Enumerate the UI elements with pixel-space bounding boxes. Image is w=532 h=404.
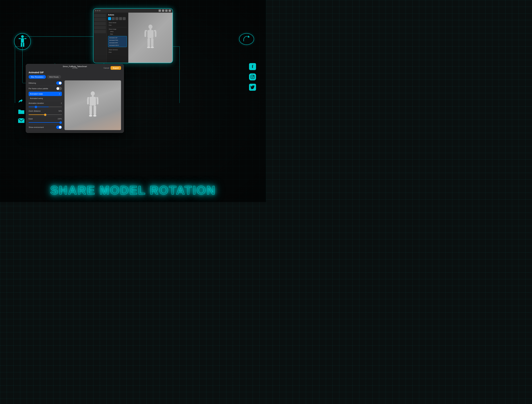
svg-rect-10 bbox=[21, 43, 22, 47]
actions-item-print[interactable]: Print bbox=[108, 51, 127, 53]
animated-swing-label: Animated swing bbox=[30, 97, 43, 99]
actions-item-share-image[interactable]: Share Image bbox=[108, 28, 127, 30]
mail-icon[interactable] bbox=[18, 118, 25, 124]
per-frame-row: Per frame colour palette bbox=[29, 86, 62, 91]
svg-rect-14 bbox=[149, 29, 151, 30]
animated-swing-row[interactable]: Animated swing bbox=[29, 96, 62, 100]
dithering-row: Dithering bbox=[29, 80, 62, 86]
svg-rect-31 bbox=[90, 106, 92, 115]
dialog-header: Simon_FullBody_TattooSmart 33.2 MB Cance… bbox=[26, 64, 124, 71]
svg-rect-21 bbox=[151, 38, 154, 47]
svg-point-34 bbox=[93, 115, 96, 117]
svg-rect-26 bbox=[90, 97, 96, 106]
dialog-tabs: Max Resolution Web Ready bbox=[26, 75, 124, 80]
animated-rotate-check: ✓ bbox=[59, 93, 61, 95]
actions-item-animated-gif[interactable]: Animated GIF bbox=[109, 37, 126, 39]
cancel-button[interactable]: Cancel bbox=[103, 67, 109, 69]
tablet: Actions Share Model Files Share Image JP… bbox=[93, 8, 173, 63]
svg-rect-17 bbox=[144, 31, 146, 37]
instagram-icon[interactable] bbox=[249, 73, 256, 80]
dithering-toggle[interactable] bbox=[56, 81, 62, 85]
ease-label: Ease bbox=[29, 118, 33, 120]
actions-item-animated-mp4[interactable]: Animated MP4 bbox=[109, 42, 126, 44]
dithering-label: Dithering bbox=[29, 82, 36, 84]
svg-marker-12 bbox=[248, 36, 249, 37]
zoom-distance-label: Zoom distance bbox=[29, 110, 41, 112]
svg-rect-11 bbox=[23, 43, 24, 47]
svg-rect-25 bbox=[92, 95, 94, 97]
actions-panel: Actions Share Model Files Share Image JP… bbox=[107, 13, 128, 63]
animation-duration-label: Animation duration bbox=[29, 102, 44, 104]
per-frame-toggle[interactable] bbox=[56, 87, 62, 90]
svg-point-23 bbox=[151, 46, 154, 48]
svg-point-38 bbox=[253, 76, 254, 76]
svg-point-24 bbox=[91, 91, 95, 96]
actions-item-animated-hevc[interactable]: Animated HEVC bbox=[109, 44, 126, 46]
dialog-content: Dithering Per frame colour palette Anima… bbox=[26, 80, 124, 133]
animated-rotate-label: Animated rotate bbox=[30, 93, 43, 95]
svg-rect-20 bbox=[147, 38, 150, 47]
svg-rect-19 bbox=[155, 31, 156, 37]
dialog-settings-panel: Dithering Per frame colour palette Anima… bbox=[29, 80, 62, 130]
svg-point-33 bbox=[89, 115, 92, 117]
animation-duration-value: 2 bbox=[61, 102, 62, 104]
svg-point-13 bbox=[148, 25, 153, 29]
zoom-distance-value: 50% bbox=[58, 110, 62, 112]
animation-duration-slider[interactable] bbox=[29, 107, 62, 107]
main-title: SHARE MODEL ROTATION bbox=[50, 183, 216, 197]
bottom-title: SHARE MODEL ROTATION bbox=[50, 183, 216, 197]
actions-item-animated-png[interactable]: Animated PNG bbox=[109, 39, 126, 42]
animated-gif-dialog: Simon_FullBody_TattooSmart 33.2 MB Cance… bbox=[26, 64, 124, 133]
zoom-distance-slider[interactable] bbox=[29, 114, 62, 115]
social-icons: f bbox=[249, 63, 256, 91]
dialog-title-block: Simon_FullBody_TattooSmart 33.2 MB bbox=[63, 65, 87, 69]
dialog-panel-title: Animated GIF bbox=[26, 71, 124, 75]
actions-item-jpeg[interactable]: JPEG bbox=[108, 30, 127, 33]
folder-icon[interactable] bbox=[18, 109, 25, 116]
action-icons bbox=[18, 99, 25, 124]
svg-rect-9 bbox=[24, 38, 26, 39]
svg-rect-30 bbox=[97, 98, 98, 105]
tablet-top-bar bbox=[93, 9, 173, 13]
svg-rect-32 bbox=[94, 106, 96, 115]
actions-item-share-services[interactable]: Share Services bbox=[108, 49, 127, 51]
tab-web-ready[interactable]: Web Ready bbox=[47, 75, 61, 79]
svg-point-22 bbox=[147, 46, 150, 48]
svg-point-6 bbox=[21, 35, 24, 38]
svg-rect-15 bbox=[147, 30, 154, 38]
share-icon[interactable] bbox=[18, 99, 25, 107]
tablet-sidebar bbox=[93, 13, 107, 63]
twitter-icon[interactable] bbox=[249, 84, 256, 91]
rotate-icon-circle bbox=[239, 33, 254, 45]
per-frame-label: Per frame colour palette bbox=[29, 88, 48, 89]
tab-max-resolution[interactable]: Max Resolution bbox=[29, 75, 46, 79]
facebook-icon[interactable]: f bbox=[249, 63, 256, 70]
actions-item-files[interactable]: Files bbox=[108, 24, 127, 26]
human-figure-circle bbox=[14, 33, 31, 50]
show-environment-toggle[interactable] bbox=[56, 126, 62, 129]
ease-row: Ease 100% bbox=[29, 117, 62, 125]
svg-rect-7 bbox=[21, 38, 24, 43]
show-environment-label: Show environment bbox=[29, 126, 44, 128]
actions-item-share-model[interactable]: Share Model bbox=[108, 21, 127, 24]
animated-rotate-row[interactable]: Animated rotate ✓ bbox=[29, 92, 62, 96]
show-environment-row: Show environment bbox=[29, 125, 62, 130]
dialog-filesize: 33.2 MB bbox=[63, 67, 87, 69]
dialog-filename: Simon_FullBody_TattooSmart bbox=[63, 65, 87, 67]
dialog-preview bbox=[64, 80, 121, 130]
tablet-container: Actions Share Model Files Share Image JP… bbox=[93, 8, 173, 63]
svg-point-37 bbox=[252, 76, 253, 78]
svg-rect-28 bbox=[87, 98, 89, 105]
actions-title: Actions bbox=[108, 14, 127, 16]
animation-duration-row: Animation duration 2 bbox=[29, 101, 62, 109]
ease-slider[interactable] bbox=[29, 122, 62, 123]
actions-item-png[interactable]: PNG bbox=[108, 33, 127, 35]
ease-value: 100% bbox=[58, 118, 62, 120]
svg-rect-8 bbox=[19, 38, 21, 39]
zoom-distance-row: Zoom distance 50% bbox=[29, 109, 62, 117]
tablet-viewport bbox=[128, 13, 173, 63]
export-button[interactable]: Export bbox=[110, 66, 121, 70]
